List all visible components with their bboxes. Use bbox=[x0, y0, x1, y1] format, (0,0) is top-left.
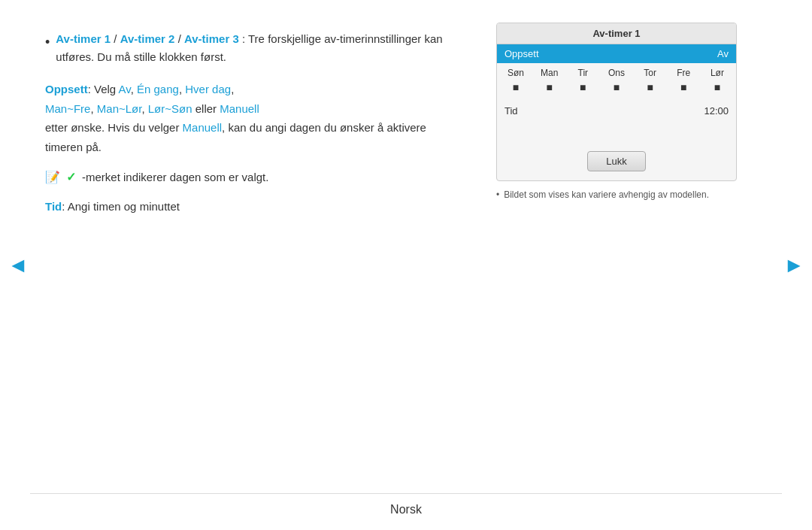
timer-days-header: Søn Man Tir Ons Tor Fre Lør bbox=[497, 63, 736, 80]
dot-4: ■ bbox=[639, 81, 662, 93]
timer-widget: Av-timer 1 Oppsett Av Søn Man Tir Ons To… bbox=[496, 23, 737, 181]
dot-6: ■ bbox=[706, 81, 729, 93]
timer-oppsett-label: Oppsett bbox=[504, 48, 539, 59]
av-timer-1-link[interactable]: Av-timer 1 bbox=[56, 32, 111, 45]
manuell-2: Manuell bbox=[183, 121, 223, 134]
bullet-item-1: • Av-timer 1 / Av-timer 2 / Av-timer 3 :… bbox=[45, 30, 466, 66]
timer-av-status: Av bbox=[717, 48, 729, 59]
note-block: 📝 ✓ -merket indikerer dagen som er valgt… bbox=[45, 170, 466, 184]
image-note: • Bildet som vises kan variere avhengig … bbox=[496, 189, 722, 201]
timer-button-row: Lukk bbox=[497, 145, 736, 180]
comma4: , bbox=[90, 102, 96, 115]
eller: eller bbox=[192, 102, 220, 115]
image-note-text: Bildet som vises kan variere avhengig av… bbox=[504, 189, 709, 201]
separator-2: / bbox=[178, 32, 184, 45]
timer-title: Av-timer 1 bbox=[592, 28, 640, 39]
day-son: Søn bbox=[504, 68, 527, 78]
footer: Norsk bbox=[0, 503, 812, 516]
nav-next-button[interactable]: ► bbox=[783, 253, 804, 277]
lor-son-option: Lør~Søn bbox=[148, 102, 192, 115]
main-content: • Av-timer 1 / Av-timer 2 / Av-timer 3 :… bbox=[0, 0, 812, 238]
footer-language: Norsk bbox=[390, 503, 422, 516]
oppsett-colon: : Velg bbox=[88, 83, 119, 95]
av-option: Av bbox=[119, 83, 131, 95]
oppsett-paragraph: Oppsett: Velg Av, Én gang, Hver dag, Man… bbox=[45, 80, 466, 156]
dot-2: ■ bbox=[571, 81, 594, 93]
comma1: , bbox=[131, 83, 137, 95]
image-note-bullet: • Bildet som vises kan variere avhengig … bbox=[496, 189, 722, 201]
checkmark-icon: ✓ bbox=[66, 170, 76, 184]
note-text: -merket indikerer dagen som er valgt. bbox=[82, 171, 268, 183]
dot-0: ■ bbox=[504, 81, 527, 93]
hver-dag-option: Hver dag bbox=[185, 83, 231, 95]
timer-title-bar: Av-timer 1 bbox=[497, 23, 736, 44]
separator-1: / bbox=[114, 32, 120, 45]
comma3: , bbox=[231, 83, 234, 95]
dot-1: ■ bbox=[538, 81, 561, 93]
day-lor: Lør bbox=[706, 68, 729, 78]
timer-spacer bbox=[497, 123, 736, 145]
text1: etter ønske. Hvis du velger bbox=[45, 121, 183, 134]
comma5: , bbox=[141, 102, 147, 115]
day-fre: Fre bbox=[672, 68, 695, 78]
timer-time-value: 12:00 bbox=[704, 105, 729, 117]
timer-tid-row: Tid 12:00 bbox=[497, 99, 736, 123]
man-fre-option: Man~Fre bbox=[45, 102, 90, 115]
note-icon: 📝 bbox=[45, 170, 60, 184]
dot-5: ■ bbox=[672, 81, 695, 93]
timer-oppsett-row: Oppsett Av bbox=[497, 44, 736, 63]
day-man: Man bbox=[538, 68, 561, 78]
bullet-text-1: Av-timer 1 / Av-timer 2 / Av-timer 3 : T… bbox=[56, 30, 466, 66]
divider-line bbox=[30, 493, 782, 494]
oppsett-label: Oppsett bbox=[45, 83, 88, 95]
day-tir: Tir bbox=[571, 68, 594, 78]
image-note-dot: • bbox=[496, 189, 499, 201]
av-timer-3-link[interactable]: Av-timer 3 bbox=[184, 32, 239, 45]
timer-days-dots: ■ ■ ■ ■ ■ ■ ■ bbox=[497, 80, 736, 99]
nav-prev-button[interactable]: ◄ bbox=[8, 253, 29, 277]
manuell-1: Manuell bbox=[220, 102, 259, 115]
day-tor: Tor bbox=[639, 68, 662, 78]
en-gang-option: Én gang bbox=[137, 83, 179, 95]
right-panel: Av-timer 1 Oppsett Av Søn Man Tir Ons To… bbox=[496, 23, 752, 216]
bullet-dot-1: • bbox=[45, 32, 50, 66]
lukk-button[interactable]: Lukk bbox=[587, 151, 645, 171]
av-timer-2-link[interactable]: Av-timer 2 bbox=[120, 32, 175, 45]
text-section: • Av-timer 1 / Av-timer 2 / Av-timer 3 :… bbox=[45, 23, 466, 216]
dot-3: ■ bbox=[605, 81, 628, 93]
tid-block: Tid: Angi timen og minuttet bbox=[45, 198, 466, 216]
timer-tid-label: Tid bbox=[504, 105, 518, 117]
man-lor-option: Man~Lør bbox=[97, 102, 142, 115]
day-ons: Ons bbox=[605, 68, 628, 78]
tid-label: Tid bbox=[45, 200, 62, 213]
tid-text: : Angi timen og minuttet bbox=[62, 200, 180, 213]
comma2: , bbox=[179, 83, 185, 95]
